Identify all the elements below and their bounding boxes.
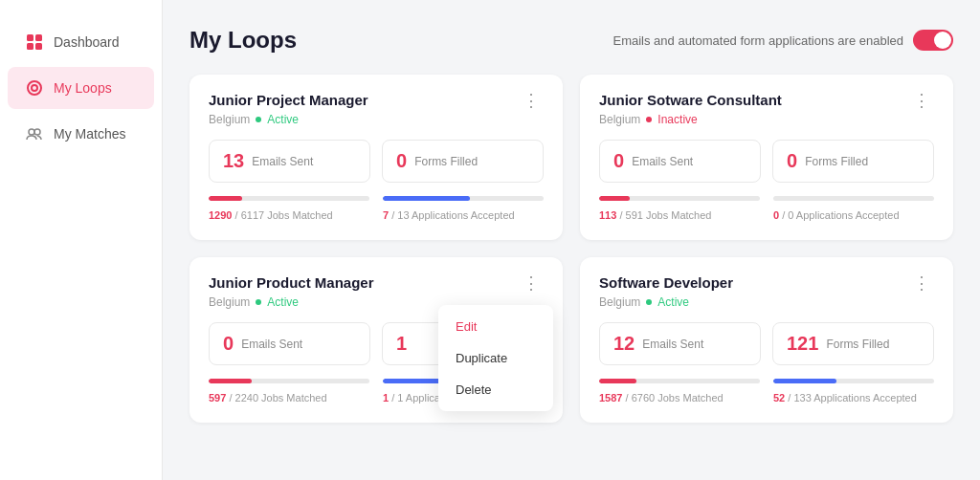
progress-bar-fill xyxy=(773,379,836,383)
progress-text: 52 / 133 Applications Accepted xyxy=(773,392,917,404)
card-junior-software-consultant: Junior Sotware Consultant ⋮ Belgium Inac… xyxy=(580,75,953,240)
progress-bar-bg xyxy=(599,196,760,201)
progress-applications: 0 / 0 Applications Accepted xyxy=(773,196,934,223)
stat-emails-sent: 0 Emails Sent xyxy=(599,140,761,183)
card-subtitle: Belgium Inactive xyxy=(599,113,934,126)
card-junior-project-manager: Junior Project Manager ⋮ Belgium Active … xyxy=(189,75,563,240)
progress-row: 1587 / 6760 Jobs Matched 52 / 133 Applic… xyxy=(599,379,934,405)
stats-row: 13 Emails Sent 0 Forms Filled xyxy=(209,140,544,183)
card-title: Software Developer xyxy=(599,274,733,291)
stat-number: 0 xyxy=(613,150,624,172)
stats-row: 0 Emails Sent 0 Forms Filled xyxy=(599,140,934,183)
progress-text: 113 / 591 Jobs Matched xyxy=(599,209,711,221)
progress-jobs: 1587 / 6760 Jobs Matched xyxy=(599,379,760,405)
status-text: Inactive xyxy=(657,113,697,126)
stat-number: 12 xyxy=(613,333,635,355)
progress-applications: 52 / 133 Applications Accepted xyxy=(773,379,934,405)
stat-label: Forms Filled xyxy=(826,338,889,351)
dropdown-item-duplicate[interactable]: Duplicate xyxy=(438,342,553,374)
card-title: Junior Project Manager xyxy=(209,92,368,108)
stat-forms-filled: 0 Forms Filled xyxy=(382,140,544,183)
stat-label: Emails Sent xyxy=(252,155,313,168)
progress-bar-fill xyxy=(209,196,242,201)
progress-row: 113 / 591 Jobs Matched 0 / 0 Application… xyxy=(599,196,934,223)
header-right: Emails and automated form applications a… xyxy=(612,30,953,51)
toggle-label: Emails and automated form applications a… xyxy=(612,33,903,48)
svg-rect-2 xyxy=(27,43,33,50)
more-button[interactable]: ⋮ xyxy=(909,92,934,109)
card-subtitle: Belgium Active xyxy=(209,113,544,126)
card-subtitle: Belgium Active xyxy=(599,295,934,309)
progress-text: 1587 / 6760 Jobs Matched xyxy=(599,392,724,404)
card-junior-product-manager: Junior Product Manager ⋮ Belgium Active … xyxy=(189,257,563,423)
main-header: My Loops Emails and automated form appli… xyxy=(189,27,953,54)
progress-jobs: 113 / 591 Jobs Matched xyxy=(599,196,760,223)
card-header: Software Developer ⋮ xyxy=(599,274,934,292)
stat-label: Emails Sent xyxy=(241,338,302,351)
progress-text: 7 / 13 Applications Accepted xyxy=(383,209,515,221)
progress-bar-bg xyxy=(383,196,544,201)
status-dot xyxy=(256,299,261,305)
cards-grid: Junior Project Manager ⋮ Belgium Active … xyxy=(189,75,953,423)
card-location: Belgium xyxy=(599,113,640,126)
status-text: Active xyxy=(267,295,299,309)
page-title: My Loops xyxy=(189,27,297,54)
stat-forms-filled: 0 Forms Filled xyxy=(772,140,934,183)
svg-point-6 xyxy=(29,129,34,135)
dropdown-item-delete[interactable]: Delete xyxy=(438,374,553,405)
sidebar: Dashboard My Loops My Matches xyxy=(0,0,163,480)
card-header: Junior Sotware Consultant ⋮ xyxy=(599,92,934,109)
sidebar-item-my-matches[interactable]: My Matches xyxy=(8,113,154,155)
main-content: My Loops Emails and automated form appli… xyxy=(163,0,980,480)
stat-emails-sent: 13 Emails Sent xyxy=(209,140,370,183)
dashboard-icon xyxy=(25,33,44,52)
progress-bar-bg xyxy=(773,379,934,383)
loops-icon xyxy=(25,78,44,98)
sidebar-item-dashboard[interactable]: Dashboard xyxy=(8,21,154,63)
stat-number: 0 xyxy=(396,150,407,172)
progress-jobs: 1290 / 6117 Jobs Matched xyxy=(209,196,369,223)
stat-number: 0 xyxy=(223,333,234,355)
svg-point-4 xyxy=(28,81,41,95)
stat-forms-filled: 121 Forms Filled xyxy=(772,322,934,365)
email-toggle[interactable] xyxy=(913,30,953,51)
more-button[interactable]: ⋮ xyxy=(909,274,934,292)
stat-label: Emails Sent xyxy=(632,155,693,168)
progress-bar-fill xyxy=(209,379,252,383)
svg-rect-0 xyxy=(27,34,33,41)
card-location: Belgium xyxy=(599,295,640,309)
stats-row: 12 Emails Sent 121 Forms Filled xyxy=(599,322,934,365)
progress-text: 0 / 0 Applications Accepted xyxy=(773,209,900,221)
progress-bar-fill xyxy=(599,196,630,201)
svg-point-7 xyxy=(34,129,40,135)
status-dot xyxy=(256,117,261,122)
progress-text: 1290 / 6117 Jobs Matched xyxy=(209,209,333,221)
more-button[interactable]: ⋮ xyxy=(519,274,544,292)
card-title: Junior Sotware Consultant xyxy=(599,92,782,108)
svg-rect-1 xyxy=(35,34,42,41)
stat-emails-sent: 12 Emails Sent xyxy=(599,322,761,365)
status-dot xyxy=(646,117,652,122)
more-button[interactable]: ⋮ xyxy=(519,92,544,109)
dropdown-menu: Edit Duplicate Delete xyxy=(438,305,553,411)
card-header: Junior Product Manager ⋮ xyxy=(209,274,544,292)
card-title: Junior Product Manager xyxy=(209,274,374,291)
stat-label: Forms Filled xyxy=(414,155,478,168)
sidebar-item-my-loops[interactable]: My Loops xyxy=(8,67,154,109)
stat-number: 1 xyxy=(396,333,407,355)
stat-number: 0 xyxy=(787,150,797,172)
dropdown-item-edit[interactable]: Edit xyxy=(438,311,553,342)
card-location: Belgium xyxy=(209,113,250,126)
progress-row: 1290 / 6117 Jobs Matched 7 / 13 Applicat… xyxy=(209,196,544,223)
stat-label: Forms Filled xyxy=(805,155,868,168)
stat-number: 121 xyxy=(787,333,818,355)
stat-label: Emails Sent xyxy=(642,338,703,351)
svg-point-5 xyxy=(32,85,37,91)
svg-rect-3 xyxy=(35,43,42,50)
progress-bar-bg xyxy=(599,379,760,383)
matches-icon xyxy=(25,124,44,143)
stat-number: 13 xyxy=(223,150,244,172)
card-software-developer: Software Developer ⋮ Belgium Active 12 E… xyxy=(580,257,953,423)
toggle-knob xyxy=(934,32,951,49)
progress-bar-bg xyxy=(773,196,934,201)
